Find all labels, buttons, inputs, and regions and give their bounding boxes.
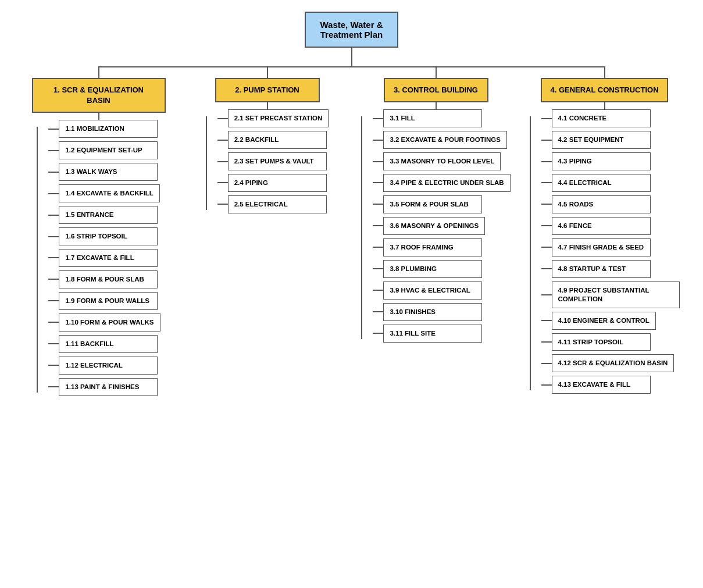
item-node-1-5: 1.5 ENTRANCE [59,206,158,224]
item-node-3-10: 3.10 FINISHES [383,303,482,321]
col2-mid-connector [267,102,268,109]
item-h-connector [373,225,383,226]
list-item: 3.11 FILL SITE [373,325,482,343]
column-3: 3. CONTROL BUILDING 3.1 FILL3.2 EXCAVATE… [352,66,520,400]
columns-area: 1. SCR & EQUALIZATION BASIN 1.1 MOBILIZA… [15,66,689,400]
item-node-1-9: 1.9 FORM & POUR WALLS [59,292,158,310]
col4-items: 4.1 CONCRETE4.2 SET EQUIPMENT4.3 PIPING4… [530,109,680,397]
col1-header: 1. SCR & EQUALIZATION BASIN [32,78,166,113]
item-node-3-11: 3.11 FILL SITE [383,325,482,343]
item-h-connector [48,150,59,151]
list-item: 4.13 EXCAVATE & FILL [541,376,651,394]
item-h-connector [373,311,383,312]
item-h-connector [48,322,59,323]
list-item: 4.2 SET EQUIPMENT [541,131,651,149]
list-item: 1.9 FORM & POUR WALLS [48,292,158,310]
list-item: 4.5 ROADS [541,195,651,213]
item-h-connector [373,161,383,162]
item-h-connector [541,140,552,141]
item-node-1-3: 1.3 WALK WAYS [59,163,158,181]
item-h-connector [217,182,228,183]
list-item: 3.7 ROOF FRAMING [373,238,482,256]
list-item: 4.3 PIPING [541,152,651,170]
item-node-1-2: 1.2 EQUIPMENT SET-UP [59,141,158,159]
item-node-3-1: 3.1 FILL [383,109,482,127]
item-h-connector [48,193,59,194]
item-node-3-9: 3.9 HVAC & ELECTRICAL [383,281,482,300]
item-h-connector [541,118,552,119]
list-item: 3.2 EXCAVATE & POUR FOOTINGS [373,131,506,149]
item-node-4-5: 4.5 ROADS [552,195,651,213]
item-node-1-1: 1.1 MOBILIZATION [59,120,158,138]
item-h-connector [217,140,228,141]
list-item: 1.7 EXCAVATE & FILL [48,249,158,267]
item-node-4-6: 4.6 FENCE [552,217,651,235]
item-node-1-10: 1.10 FORM & POUR WALKS [59,313,160,332]
item-node-2-3: 2.3 SET PUMPS & VAULT [228,152,327,170]
list-item: 2.1 SET PRECAST STATION [217,109,329,127]
list-item: 3.3 MASONRY TO FLOOR LEVEL [373,152,501,170]
list-item: 1.8 FORM & POUR SLAB [48,270,158,288]
item-node-4-10: 4.10 ENGINEER & CONTROL [552,312,656,330]
item-node-1-13: 1.13 PAINT & FINISHES [59,378,158,396]
item-h-connector [541,161,552,162]
item-node-3-4: 3.4 PIPE & ELECTRIC UNDER SLAB [383,174,510,192]
item-node-2-2: 2.2 BACKFILL [228,131,327,149]
item-h-connector [48,257,59,258]
list-item: 4.10 ENGINEER & CONTROL [541,312,656,330]
col2-header: 2. PUMP STATION [215,78,320,102]
root-title-line1: Waste, Water & [320,20,383,30]
item-node-4-4: 4.4 ELECTRICAL [552,174,651,192]
col1-top-connector [98,66,99,78]
col3-header: 3. CONTROL BUILDING [384,78,488,102]
item-node-1-11: 1.11 BACKFILL [59,335,158,353]
list-item: 3.6 MASONRY & OPENINGS [373,217,485,235]
list-item: 1.4 EXCAVATE & BACKFILL [48,184,159,202]
col2-top-connector [267,66,268,78]
item-h-connector [48,365,59,366]
col3-mid-connector [436,102,437,109]
item-node-4-7: 4.7 FINISH GRADE & SEED [552,238,651,256]
list-item: 1.10 FORM & POUR WALKS [48,313,160,332]
list-item: 4.1 CONCRETE [541,109,651,127]
column-2: 2. PUMP STATION 2.1 SET PRECAST STATION2… [183,66,352,400]
item-node-2-1: 2.1 SET PRECAST STATION [228,109,329,127]
list-item: 1.1 MOBILIZATION [48,120,158,138]
list-item: 4.6 FENCE [541,217,651,235]
item-h-connector [541,204,552,205]
col4-header: 4. GENERAL CONSTRUCTION [541,78,668,102]
list-item: 1.5 ENTRANCE [48,206,158,224]
item-node-2-5: 2.5 ELECTRICAL [228,195,327,213]
list-item: 1.6 STRIP TOPSOIL [48,227,158,245]
list-item: 1.12 ELECTRICAL [48,357,158,375]
list-item: 3.9 HVAC & ELECTRICAL [373,281,482,300]
item-h-connector [541,225,552,226]
item-h-connector [541,294,552,295]
item-node-1-6: 1.6 STRIP TOPSOIL [59,227,158,245]
item-h-connector [48,300,59,301]
list-item: 1.13 PAINT & FINISHES [48,378,158,396]
item-h-connector [48,129,59,130]
col1-mid-connector [98,113,99,120]
item-h-connector [541,341,552,343]
list-item: 2.3 SET PUMPS & VAULT [217,152,327,170]
item-h-connector [373,140,383,141]
item-h-connector [541,320,552,321]
col4-mid-connector [604,102,605,109]
item-h-connector [541,363,552,364]
col4-top-connector [604,66,605,78]
item-h-connector [373,182,383,183]
item-h-connector [541,268,552,269]
item-h-connector [48,386,59,387]
list-item: 3.4 PIPE & ELECTRIC UNDER SLAB [373,174,510,192]
item-node-4-8: 4.8 STARTUP & TEST [552,260,651,278]
item-h-connector [541,182,552,183]
item-node-4-9: 4.9 PROJECT SUBSTANTIAL COMPLETION [552,281,680,308]
item-h-connector [48,172,59,173]
root-down-line [351,48,352,66]
item-node-3-6: 3.6 MASONRY & OPENINGS [383,217,485,235]
item-h-connector [373,333,383,334]
item-node-1-4: 1.4 EXCAVATE & BACKFILL [59,184,159,202]
col3-items: 3.1 FILL3.2 EXCAVATE & POUR FOOTINGS3.3 … [361,109,510,345]
root-node: Waste, Water & Treatment Plan [305,12,398,48]
